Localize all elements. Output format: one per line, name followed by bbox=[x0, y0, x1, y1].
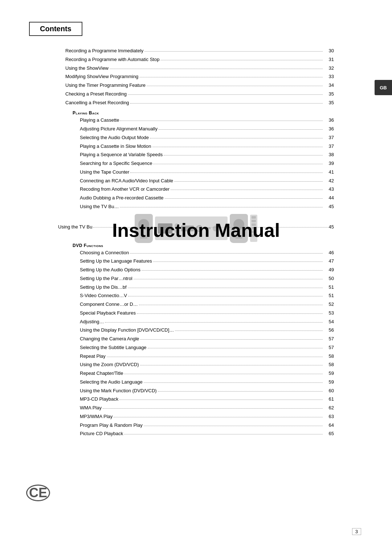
entry-label: Recording a Programme Immediately bbox=[65, 47, 143, 55]
entry-dots bbox=[153, 164, 323, 164]
gb-badge: GB bbox=[375, 80, 392, 95]
entry-page: 64 bbox=[324, 421, 334, 430]
entry-page: 59 bbox=[324, 369, 334, 378]
entry-label: Recoding from Another VCR or Camcorder bbox=[80, 185, 170, 194]
toc-entry-3: Setting Up the Par…ntrol50 bbox=[80, 275, 334, 283]
toc-entry-4: Using the Timer Programming Feature34 bbox=[65, 81, 334, 90]
entry-dots bbox=[140, 365, 323, 365]
entry-dots bbox=[120, 121, 323, 121]
entry-page: 58 bbox=[324, 352, 334, 361]
entry-label: Using the ShowView bbox=[65, 64, 109, 73]
toc-entry-13: Using the Zoom (DVD/VCD)58 bbox=[80, 361, 334, 369]
entry-label: Checking a Preset Recording bbox=[65, 90, 127, 98]
entry-label: Setting Up the Dis…bf bbox=[80, 283, 127, 292]
toc-entry-9: Using the Display Function [DVD/VCD/CD]…… bbox=[80, 326, 334, 335]
entry-label: S-Video Connectio…V bbox=[80, 292, 127, 300]
entry-page: 45 bbox=[324, 203, 334, 211]
toc-entry-6: Component Conne…or D…52 bbox=[80, 300, 334, 309]
page-wrapper: GB Contents Recording a Programme Immedi… bbox=[0, 0, 392, 555]
entry-page: 30 bbox=[324, 47, 334, 55]
toc-entry-1: Setting Up the Language Features47 bbox=[80, 257, 334, 266]
toc-entry-6: Cancelling a Preset Recording35 bbox=[65, 99, 334, 107]
entry-dots bbox=[152, 147, 323, 147]
toc-entry-10: Using the TV Bu…45 bbox=[80, 203, 334, 211]
entry-label: Special Playback Features bbox=[80, 309, 136, 317]
entry-label: Using the Display Function [DVD/VCD/CD]… bbox=[80, 326, 174, 335]
entry-dots bbox=[128, 94, 323, 95]
toc-entry-14: Repeat Chapter/Title59 bbox=[80, 369, 334, 378]
entry-page: 52 bbox=[324, 300, 334, 309]
entry-dots bbox=[114, 417, 323, 417]
entry-dots bbox=[120, 207, 323, 207]
entry-label: Program Play & Random Play bbox=[80, 421, 143, 430]
entry-page: 57 bbox=[324, 335, 334, 343]
entry-label: MP3/WMA Play bbox=[80, 413, 113, 421]
entry-dots bbox=[124, 434, 323, 434]
entry-page: 56 bbox=[324, 326, 334, 335]
section-playing-back-label: Playing Back bbox=[58, 110, 334, 116]
entry-dots bbox=[148, 348, 323, 348]
entry-label: Changing the Camera Angle bbox=[80, 335, 139, 343]
main-content: Recording a Programme Immediately30Recor… bbox=[29, 47, 363, 438]
entry-label: Adjusting… bbox=[80, 318, 104, 326]
entry-dots bbox=[130, 103, 323, 104]
entry-dots bbox=[134, 279, 323, 279]
entry-label: Modifying ShowView Programming bbox=[65, 73, 138, 81]
entry-page: 33 bbox=[324, 73, 334, 81]
toc-entry-4: Setting Up the Dis…bf51 bbox=[80, 283, 334, 292]
entry-page: 57 bbox=[324, 344, 334, 352]
toc-entry-0: Choosing a Connection46 bbox=[80, 249, 334, 257]
entry-label: Using the Tape Counter bbox=[80, 168, 129, 177]
entry-dots bbox=[175, 331, 323, 331]
entry-dots bbox=[164, 155, 323, 155]
entry-page: 47 bbox=[324, 257, 334, 266]
entry-dots bbox=[110, 69, 323, 69]
entry-label: Recording a Programme with Automatic Sto… bbox=[65, 56, 159, 64]
toc-entry-12: Repeat Play58 bbox=[80, 352, 334, 361]
entry-dots bbox=[137, 313, 323, 314]
entry-page: 39 bbox=[324, 159, 334, 168]
entry-dots bbox=[171, 190, 323, 190]
page-number-bottom: 3 bbox=[352, 528, 361, 535]
toc-entry-19: MP3/WMA Play63 bbox=[80, 413, 334, 421]
tv-button-page: 45 bbox=[329, 224, 334, 229]
toc-entry-1: Adjusting Picture Alignment Manually36 bbox=[80, 125, 334, 133]
toc-entry-7: Connecting an RCA Audio/Video Input Cabl… bbox=[80, 177, 334, 185]
entry-label: Using the Zoom (DVD/VCD) bbox=[80, 361, 139, 369]
entry-dots bbox=[140, 339, 323, 340]
toc-entry-8: Recoding from Another VCR or Camcorder43 bbox=[80, 185, 334, 194]
entry-dots bbox=[150, 138, 323, 138]
toc-entry-9: Audio Dubbing a Pre-recorded Cassette44 bbox=[80, 194, 334, 202]
entry-label: Setting Up the Par…ntrol bbox=[80, 275, 132, 283]
entry-dots bbox=[144, 382, 323, 383]
entry-label: Using the Timer Programming Feature bbox=[65, 81, 146, 90]
ce-logo: CE bbox=[26, 485, 50, 501]
entry-page: 58 bbox=[324, 361, 334, 369]
entry-label: Adjusting Picture Alignment Manually bbox=[80, 125, 158, 133]
entry-dots bbox=[174, 181, 323, 182]
entry-label: Selecting the Subtitle Language bbox=[80, 344, 147, 352]
entry-dots bbox=[160, 60, 323, 60]
entry-label: Setting Up the Language Features bbox=[80, 257, 152, 266]
entry-page: 51 bbox=[324, 283, 334, 292]
entry-page: 54 bbox=[324, 318, 334, 326]
entry-dots bbox=[159, 129, 323, 130]
entry-dots bbox=[153, 262, 323, 262]
toc-entry-16: Using the Mark Function (DVD/VCD)60 bbox=[80, 387, 334, 395]
entry-dots bbox=[128, 288, 323, 288]
entry-dots bbox=[124, 374, 323, 374]
toc-entry-7: Special Playback Features53 bbox=[80, 309, 334, 317]
entry-label: Selecting the Audio Output Mode bbox=[80, 134, 149, 142]
entry-dots bbox=[107, 357, 323, 357]
entry-page: 44 bbox=[324, 194, 334, 202]
toc-entry-18: WMA Play62 bbox=[80, 404, 334, 412]
entry-label: Picture CD Playback bbox=[80, 430, 123, 438]
toc-entry-2: Using the ShowView32 bbox=[65, 64, 334, 73]
entry-page: 53 bbox=[324, 309, 334, 317]
entry-label: Component Conne…or D… bbox=[80, 300, 138, 309]
entry-label: Using the Mark Function (DVD/VCD) bbox=[80, 387, 157, 395]
section-dvd-label: DVD Functions bbox=[58, 243, 334, 248]
entry-page: 50 bbox=[324, 275, 334, 283]
entry-page: 60 bbox=[324, 387, 334, 395]
toc-entry-4: Playing a Sequence at Variable Speeds38 bbox=[80, 151, 334, 159]
